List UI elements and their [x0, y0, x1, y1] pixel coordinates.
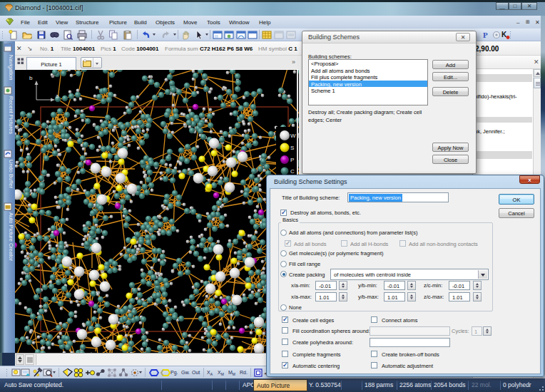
svg-text:S: S [290, 145, 294, 151]
svg-text:a: a [56, 93, 59, 99]
svg-text:P: P [290, 157, 294, 163]
svg-text:P: P [483, 31, 488, 39]
svg-text:C: C [290, 168, 295, 175]
svg-text:b: b [29, 75, 33, 81]
svg-text:W: W [290, 133, 296, 139]
